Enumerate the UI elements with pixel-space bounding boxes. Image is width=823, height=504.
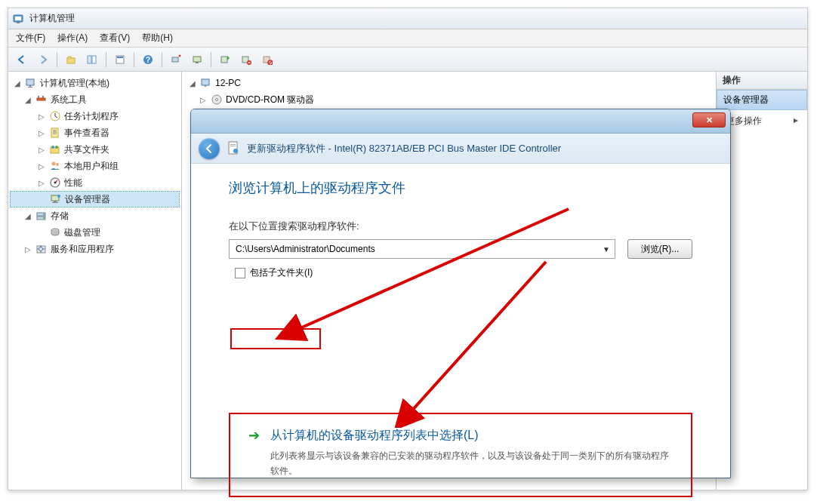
svg-rect-50 <box>230 146 236 146</box>
tree-disk-mgmt[interactable]: ▷磁盘管理 <box>10 224 180 241</box>
annotation-red-box-1 <box>230 328 321 349</box>
svg-rect-25 <box>51 128 58 137</box>
actions-selected[interactable]: 设备管理器 <box>717 90 807 110</box>
toolbar-sep <box>57 52 57 67</box>
svg-point-29 <box>52 162 56 166</box>
tree-disk-mgmt-label: 磁盘管理 <box>64 226 100 239</box>
svg-rect-34 <box>54 201 57 202</box>
chevron-right-icon: ▸ <box>794 115 798 125</box>
scan-hardware-button[interactable] <box>167 51 185 69</box>
tree-storage[interactable]: ◢存储 <box>10 207 180 224</box>
titlebar: 计算机管理 <box>8 8 807 29</box>
tree-services-apps-label: 服务和应用程序 <box>51 243 114 256</box>
properties-button[interactable] <box>111 51 129 69</box>
svg-rect-12 <box>196 62 199 63</box>
menu-action[interactable]: 操作(A) <box>57 32 88 45</box>
svg-rect-5 <box>92 56 96 63</box>
include-subfolders-label[interactable]: 包括子文件夹(I) <box>250 266 313 279</box>
svg-rect-23 <box>42 96 44 98</box>
nav-tree: ◢计算机管理(本地) ◢系统工具 ▷任务计划程序 ▷事件查看器 ▷共享文件夹 ▷… <box>10 75 180 257</box>
browse-button[interactable]: 浏览(R)... <box>627 239 692 259</box>
tree-storage-label: 存储 <box>51 210 69 223</box>
svg-rect-49 <box>230 144 236 145</box>
svg-rect-22 <box>38 96 39 98</box>
toolbar-sep5 <box>211 52 211 67</box>
tree-event-viewer-label: 事件查看器 <box>64 127 109 140</box>
svg-rect-11 <box>193 57 201 62</box>
svg-rect-1 <box>15 17 21 20</box>
svg-rect-4 <box>88 56 91 63</box>
dialog-back-button[interactable] <box>199 138 220 159</box>
help-button[interactable]: ? <box>139 51 157 69</box>
disable-button[interactable] <box>258 51 276 69</box>
path-row: C:\Users\Administrator\Documents ▼ 浏览(R)… <box>229 239 692 259</box>
tree-event-viewer[interactable]: ▷事件查看器 <box>10 124 180 141</box>
svg-point-51 <box>233 149 238 153</box>
tree-system-tools[interactable]: ◢系统工具 <box>10 91 180 108</box>
browse-button-label: 浏览(R)... <box>641 243 680 256</box>
tree-root[interactable]: ◢计算机管理(本地) <box>10 75 180 91</box>
menu-view[interactable]: 查看(V) <box>100 32 130 45</box>
actions-more-label: 更多操作 <box>726 115 762 126</box>
option-title: 从计算机的设备驱动程序列表中选择(L) <box>270 428 673 444</box>
pick-from-list-option[interactable]: ➔ 从计算机的设备驱动程序列表中选择(L) 此列表将显示与该设备兼容的已安装的驱… <box>229 413 692 497</box>
annotation-arrow-2 <box>387 254 569 428</box>
svg-rect-20 <box>28 87 32 88</box>
tree-device-manager-label: 设备管理器 <box>65 193 110 206</box>
svg-point-39 <box>43 214 45 215</box>
menu-file[interactable]: 文件(F) <box>16 32 45 45</box>
toolbar-sep3 <box>134 52 134 67</box>
svg-point-32 <box>54 182 57 184</box>
svg-rect-21 <box>37 98 45 100</box>
include-subfolders-checkbox[interactable] <box>235 268 245 278</box>
tree-shared-folders-label: 共享文件夹 <box>64 143 109 156</box>
svg-rect-3 <box>67 58 75 63</box>
forward-button[interactable] <box>34 51 52 69</box>
tree-performance-label: 性能 <box>64 177 82 189</box>
svg-rect-45 <box>205 85 206 87</box>
back-button[interactable] <box>13 51 31 69</box>
app-icon <box>13 13 25 25</box>
svg-rect-35 <box>52 202 58 203</box>
path-value: C:\Users\Administrator\Documents <box>236 244 375 254</box>
tree-system-tools-label: 系统工具 <box>51 94 87 106</box>
svg-rect-44 <box>202 79 209 85</box>
path-combobox[interactable]: C:\Users\Administrator\Documents ▼ <box>229 239 615 259</box>
tree-root-label: 计算机管理(本地) <box>40 77 109 90</box>
menu-help[interactable]: 帮助(H) <box>142 32 173 45</box>
uninstall-button[interactable] <box>237 51 255 69</box>
tree-shared-folders[interactable]: ▷共享文件夹 <box>10 141 180 158</box>
dialog-close-button[interactable]: ✕ <box>692 112 726 128</box>
dialog-title-text: 更新驱动程序软件 - Intel(R) 82371AB/EB PCI Bus M… <box>247 142 561 155</box>
svg-text:?: ? <box>146 56 150 64</box>
update-driver-button[interactable] <box>216 51 234 69</box>
svg-point-47 <box>216 99 218 101</box>
dialog-heading: 浏览计算机上的驱动程序文件 <box>229 179 692 197</box>
tree-performance[interactable]: ▷性能 <box>10 174 180 191</box>
left-tree-pane: ◢计算机管理(本地) ◢系统工具 ▷任务计划程序 ▷事件查看器 ▷共享文件夹 ▷… <box>8 72 182 490</box>
svg-rect-10 <box>172 57 178 62</box>
tree-task-scheduler-label: 任务计划程序 <box>64 110 119 123</box>
toolbar-sep2 <box>106 52 106 67</box>
tree-services-apps[interactable]: ▷服务和应用程序 <box>10 241 180 257</box>
close-icon: ✕ <box>706 115 713 125</box>
tree-task-scheduler[interactable]: ▷任务计划程序 <box>10 108 180 124</box>
toolbar: ? <box>8 48 807 72</box>
svg-point-28 <box>55 146 58 149</box>
show-hide-button[interactable] <box>83 51 101 69</box>
device-dvd-node[interactable]: ▷DVD/CD-ROM 驱动器 <box>185 91 713 108</box>
device-pc-node[interactable]: ◢12-PC <box>185 75 713 91</box>
device-icon-button[interactable] <box>188 51 206 69</box>
device-dvd-label: DVD/CD-ROM 驱动器 <box>226 94 314 106</box>
svg-rect-18 <box>26 79 34 85</box>
tree-device-manager[interactable]: ▷设备管理器 <box>10 191 180 207</box>
dialog-titlebar[interactable]: ✕ <box>191 109 730 134</box>
svg-rect-2 <box>17 22 20 23</box>
toolbar-sep4 <box>162 52 162 67</box>
tree-local-users-label: 本地用户和组 <box>64 160 119 173</box>
up-button[interactable] <box>62 51 80 69</box>
path-label: 在以下位置搜索驱动程序软件: <box>229 220 692 233</box>
driver-file-icon <box>227 141 239 156</box>
dialog-body: 浏览计算机上的驱动程序文件 在以下位置搜索驱动程序软件: C:\Users\Ad… <box>191 164 730 478</box>
tree-local-users[interactable]: ▷本地用户和组 <box>10 158 180 174</box>
